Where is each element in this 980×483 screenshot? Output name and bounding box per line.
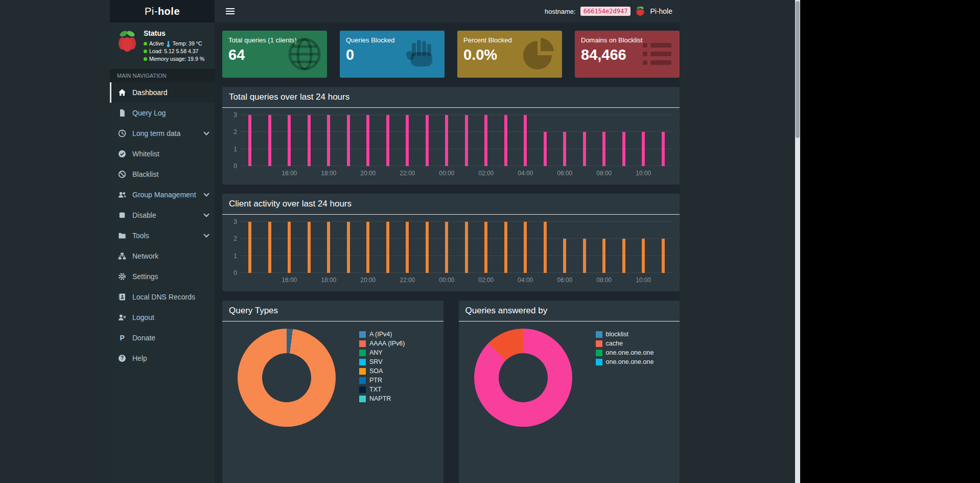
- sidebar-item-logout[interactable]: Logout: [110, 307, 215, 328]
- y-axis: 0123: [229, 222, 240, 273]
- legend-swatch-icon: [359, 386, 366, 393]
- x-tick-label: 02:00: [478, 277, 494, 284]
- legend-item[interactable]: cache: [596, 339, 654, 348]
- chart-bar: [248, 115, 251, 166]
- pie-chart-icon: [521, 36, 558, 73]
- chevron-down-icon: [203, 129, 209, 135]
- sidebar-item-query-log[interactable]: Query Log: [110, 103, 215, 123]
- y-axis: 0123: [229, 115, 240, 166]
- legend-item[interactable]: SRV: [359, 357, 405, 366]
- chart-bar: [484, 222, 487, 273]
- card-total-queries: Total queries (1 clients) 64: [222, 31, 327, 78]
- chart-bar: [642, 132, 645, 166]
- pihole-logo-icon: [116, 29, 138, 54]
- chart-bar: [642, 239, 645, 273]
- user-logout-icon: [117, 313, 127, 321]
- sidebar-item-local-dns-records[interactable]: Local DNS Records: [110, 287, 215, 307]
- chart-bar: [622, 132, 625, 166]
- sidebar-menu: Dashboard Query Log Long term data White…: [110, 82, 215, 369]
- x-tick-label: 00:00: [439, 170, 454, 177]
- legend-swatch-icon: [359, 331, 366, 338]
- scrollbar-thumb[interactable]: [796, 1, 800, 138]
- sidebar-item-group-management[interactable]: Group Management: [110, 185, 215, 205]
- paypal-icon: P: [117, 334, 127, 342]
- sidebar-item-settings[interactable]: Settings: [110, 266, 215, 287]
- legend-swatch-icon: [359, 359, 366, 365]
- legend-swatch-icon: [359, 396, 366, 402]
- legend-swatch-icon: [596, 340, 602, 347]
- question-circle-icon: ?: [117, 354, 127, 362]
- legend-item[interactable]: one.one.one.one: [596, 357, 654, 366]
- chart-bar: [406, 115, 409, 166]
- chart-bar: [268, 115, 271, 166]
- chart-bar: [426, 115, 429, 166]
- status-line-memory: Memory usage: 19.9 %: [144, 55, 204, 63]
- network-icon: [117, 252, 127, 260]
- sidebar-item-donate[interactable]: P Donate: [110, 328, 215, 348]
- legend-item[interactable]: blocklist: [596, 330, 654, 339]
- legend-label: TXT: [369, 386, 382, 393]
- panel-client-activity: Client activity over last 24 hours 0123 …: [222, 194, 680, 291]
- sidebar-item-whitelist[interactable]: Whitelist: [110, 144, 215, 164]
- clock-icon: [117, 129, 127, 137]
- sidebar-item-long-term-data[interactable]: Long term data: [110, 123, 215, 144]
- legend-label: NAPTR: [369, 395, 391, 402]
- legend-item[interactable]: A (IPv4): [359, 330, 405, 339]
- chart-bar: [288, 115, 291, 166]
- sidebar-item-disable[interactable]: Disable: [110, 205, 215, 225]
- svg-text:?: ?: [121, 355, 124, 361]
- x-tick-label: 06:00: [557, 170, 572, 177]
- x-tick-label: 18:00: [321, 170, 336, 177]
- status-dot-icon: [144, 50, 147, 53]
- sidebar-item-network[interactable]: Network: [110, 246, 215, 266]
- legend-swatch-icon: [359, 377, 366, 384]
- chart-bar: [524, 115, 527, 166]
- legend-label: SOA: [369, 367, 383, 375]
- sidebar: Status Active Temp: 39 °C Load: 5.12 5.5…: [110, 22, 215, 483]
- app-logo: Pi-hole: [110, 0, 215, 22]
- legend-label: SRV: [369, 358, 382, 365]
- legend-item[interactable]: SOA: [359, 366, 405, 376]
- sidebar-item-blacklist[interactable]: Blacklist: [110, 164, 215, 185]
- chart-bar: [308, 115, 311, 166]
- legend-item[interactable]: AAAA (IPv6): [359, 339, 405, 348]
- x-tick-label: 04:00: [518, 170, 533, 177]
- list-icon: [639, 36, 675, 73]
- x-tick-label: 22:00: [400, 277, 415, 284]
- x-tick-label: 16:00: [282, 170, 297, 177]
- chart-bar: [445, 222, 448, 273]
- legend-item[interactable]: TXT: [359, 385, 405, 394]
- main-content: Total queries (1 clients) 64 Queries Blo…: [215, 22, 680, 483]
- legend-swatch-icon: [596, 350, 602, 356]
- gear-icon: [117, 272, 127, 281]
- chart-bar: [327, 115, 330, 166]
- sidebar-item-dashboard[interactable]: Dashboard: [110, 82, 215, 103]
- chart-bar: [524, 222, 527, 273]
- sidebar-item-help[interactable]: ? Help: [110, 348, 215, 369]
- x-axis: 16:0018:0020:0022:0000:0002:0004:0006:00…: [240, 166, 673, 177]
- top-navbar: Pi-hole hostname: 666154e2d947 Pi-hole: [110, 0, 680, 22]
- plot-area: [240, 222, 673, 273]
- chart-bar: [406, 222, 409, 273]
- legend-swatch-icon: [596, 359, 602, 365]
- x-tick-label: 08:00: [596, 170, 612, 177]
- chart-bar: [248, 222, 251, 273]
- chart-bar: [583, 239, 586, 273]
- chart-bar: [583, 132, 586, 166]
- sidebar-item-tools[interactable]: Tools: [110, 225, 215, 246]
- query-types-donut-chart: [238, 329, 336, 427]
- sidebar-toggle-icon[interactable]: [226, 11, 235, 12]
- svg-text:P: P: [120, 334, 124, 342]
- legend-item[interactable]: one.one.one.one: [596, 348, 654, 357]
- legend-item[interactable]: PTR: [359, 376, 405, 385]
- scrollbar-track[interactable]: [795, 0, 800, 483]
- legend-item[interactable]: NAPTR: [359, 394, 405, 403]
- legend-item[interactable]: ANY: [359, 348, 405, 357]
- status-line-load: Load: 5.12 5.58 4.37: [144, 48, 204, 55]
- legend-label: one.one.one.one: [606, 358, 654, 365]
- legend-label: ANY: [369, 349, 383, 356]
- hand-icon: [404, 36, 440, 73]
- browser-viewport: Pi-hole hostname: 666154e2d947 Pi-hole: [0, 0, 800, 483]
- hostname-badge: 666154e2d947: [580, 7, 631, 16]
- navbar: hostname: 666154e2d947 Pi-hole: [215, 0, 680, 22]
